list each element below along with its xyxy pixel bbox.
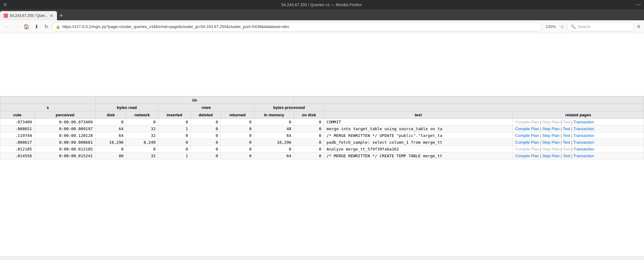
step-plan-link[interactable]: Step Plan — [542, 133, 560, 138]
new-tab-button[interactable]: + — [57, 11, 66, 20]
header-row-1: i/o — [0, 97, 644, 104]
transaction-link[interactable]: Transaction — [573, 147, 594, 151]
header-bytes-processed: bytes processed — [254, 104, 324, 111]
col-deleted: deleted — [191, 111, 221, 119]
col-in-memory: in memory — [254, 111, 294, 119]
table-row: .0145560:00:00.0152418032100640/* MERGE … — [0, 153, 644, 159]
horizontal-scrollbar[interactable] — [0, 256, 644, 260]
tabbar: 54.243.67.255 / Quer... ✕ + — [0, 9, 644, 20]
text-link[interactable]: Text — [563, 140, 570, 145]
col-disk: disk — [95, 111, 126, 119]
col-inserted: inserted — [158, 111, 191, 119]
col-perceived: perceived — [34, 111, 95, 119]
text-link: Text — [563, 147, 570, 151]
table-row: .1197440:00:00.1201286432000640/* MERGE … — [0, 132, 644, 139]
header-empty-2 — [294, 97, 644, 104]
minimize-window-button[interactable]: — — [636, 2, 641, 7]
col-network: network — [126, 111, 158, 119]
empty-top-area — [0, 33, 644, 96]
compile-plan-link[interactable]: Compile Plan — [515, 140, 539, 145]
url-bar[interactable]: 🔒 https://127.0.0.1/mgrc.py?page=cluster… — [52, 22, 542, 31]
refresh-button[interactable]: ↻ — [42, 22, 51, 31]
col-cute: cute — [0, 111, 35, 119]
col-on-disk: on disk — [294, 111, 324, 119]
step-plan-link: Step Plan — [542, 120, 560, 124]
navbar: ← → 🏠 ⬇ ↻ 🔒 https://127.0.0.1/mgrc.py?pa… — [0, 20, 644, 33]
text-link: Text — [563, 120, 570, 124]
search-icon: 🔍 — [571, 24, 576, 29]
related-pages-cell: Compile Plan | Step Plan | Text | Transa… — [512, 132, 644, 139]
compile-plan-link[interactable]: Compile Plan — [515, 154, 539, 158]
tab-close-button[interactable]: ✕ — [50, 13, 53, 18]
back-button[interactable]: ← — [2, 22, 11, 31]
main-content: i/o s bytes read rows bytes processed cu… — [0, 33, 644, 260]
header-empty-3 — [324, 104, 644, 111]
transaction-link[interactable]: Transaction — [573, 120, 594, 124]
table-row: .0734090:00:00.0734090000000COMMITCompil… — [0, 119, 644, 126]
tab-favicon — [4, 14, 8, 18]
compile-plan-link[interactable]: Compile Plan — [515, 126, 539, 131]
url-text: https://127.0.0.1/mgrc.py?page=cluster_q… — [62, 24, 289, 29]
related-pages-cell: Compile Plan | Step Plan | Text | Transa… — [512, 139, 644, 146]
window-title: 54.243.67.255 / Queries v1 — Mozilla Fir… — [7, 2, 636, 7]
tab-label: 54.243.67.255 / Quer... — [10, 14, 48, 18]
download-button[interactable]: ⬇ — [32, 22, 41, 31]
header-s: s — [0, 104, 95, 111]
col-returned: returned — [221, 111, 254, 119]
zoom-level[interactable]: 100% — [544, 24, 557, 30]
step-plan-link: Step Plan — [542, 147, 560, 151]
table-container[interactable]: i/o s bytes read rows bytes processed cu… — [0, 96, 644, 260]
table-row: .0121850:00:00.0121850000000Analyze merg… — [0, 146, 644, 153]
transaction-link[interactable]: Transaction — [573, 154, 594, 158]
header-rows: rows — [158, 104, 254, 111]
table-row: .0086170:00:00.00868110,2968,24000010,29… — [0, 139, 644, 146]
table-row: .0086510:00:00.0091976432100480merge int… — [0, 126, 644, 132]
transaction-link[interactable]: Transaction — [573, 133, 594, 138]
compile-plan-link[interactable]: Compile Plan — [515, 133, 539, 138]
search-input[interactable]: Search — [577, 24, 590, 29]
lock-icon: 🔒 — [56, 25, 60, 29]
col-related-pages: related pages — [512, 111, 644, 119]
header-empty-1 — [0, 97, 95, 104]
header-io: i/o — [95, 97, 294, 104]
search-bar[interactable]: 🔍 Search — [567, 22, 634, 31]
col-text: text — [324, 111, 512, 119]
text-link[interactable]: Text — [563, 133, 570, 138]
transaction-link[interactable]: Transaction — [573, 126, 594, 131]
header-row-3: cute perceived disk network inserted del… — [0, 111, 644, 119]
bookmark-button[interactable]: ☆ — [559, 24, 565, 30]
compile-plan-link: Compile Plan — [515, 120, 539, 124]
header-bytes-read: bytes read — [95, 104, 158, 111]
menu-button[interactable]: ≡ — [636, 23, 642, 30]
related-pages-cell: Compile Plan | Step Plan | Text | Transa… — [512, 153, 644, 159]
titlebar: ✕ 54.243.67.255 / Queries v1 — Mozilla F… — [0, 0, 644, 9]
step-plan-link[interactable]: Step Plan — [542, 154, 560, 158]
text-link[interactable]: Text — [563, 154, 570, 158]
step-plan-link[interactable]: Step Plan — [542, 140, 560, 145]
text-link[interactable]: Text — [563, 126, 570, 131]
queries-table: i/o s bytes read rows bytes processed cu… — [0, 96, 644, 159]
transaction-link[interactable]: Transaction — [573, 140, 594, 145]
header-row-2: s bytes read rows bytes processed — [0, 104, 644, 111]
browser-tab[interactable]: 54.243.67.255 / Quer... ✕ — [0, 11, 57, 20]
forward-button[interactable]: → — [12, 22, 21, 31]
related-pages-cell: Compile Plan | Step Plan | Text | Transa… — [512, 126, 644, 132]
home-button[interactable]: 🏠 — [22, 22, 31, 31]
step-plan-link[interactable]: Step Plan — [542, 126, 560, 131]
close-window-button[interactable]: ✕ — [3, 2, 7, 8]
related-pages-cell: Compile Plan | Step Plan | Text | Transa… — [512, 119, 644, 126]
compile-plan-link: Compile Plan — [515, 147, 539, 151]
related-pages-cell: Compile Plan | Step Plan | Text | Transa… — [512, 146, 644, 153]
